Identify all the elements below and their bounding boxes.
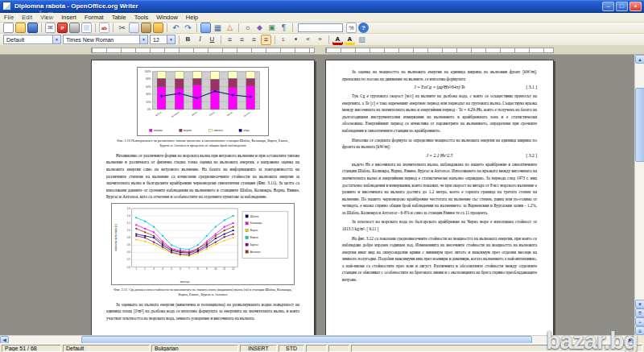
- figure-3-11-caption[interactable]: Фиг. 3.11. Средномесечни стойности на ви…: [113, 288, 293, 297]
- menu-view[interactable]: View: [36, 13, 57, 23]
- align-left-icon[interactable]: ≡: [225, 35, 235, 45]
- open-icon[interactable]: [15, 23, 26, 33]
- dropdown-arrow-icon[interactable]: ▼: [139, 35, 147, 43]
- horizontal-ruler[interactable]: [0, 46, 644, 55]
- align-center-icon[interactable]: ≡: [237, 35, 247, 45]
- menu-format[interactable]: Format: [80, 13, 108, 23]
- new-document-icon[interactable]: [3, 23, 14, 33]
- underline-icon[interactable]: U: [207, 35, 217, 45]
- document-canvas[interactable]: 0%20%40%60%80%100%ШаблаКалиакраВарнаЕмин…: [0, 55, 644, 335]
- font-size-combo[interactable]: 12 ▼: [150, 35, 175, 44]
- scroll-right-button[interactable]: ▶: [625, 336, 634, 344]
- font-name-combo[interactable]: Times New Roman ▼: [63, 35, 148, 44]
- export-pdf-icon[interactable]: P: [57, 23, 68, 33]
- horizontal-scroll-thumb[interactable]: [81, 336, 532, 344]
- paste-icon[interactable]: [141, 23, 151, 33]
- print-icon[interactable]: [69, 23, 80, 33]
- vertical-scroll-track[interactable]: [635, 64, 644, 300]
- previous-page-button[interactable]: ⇈: [635, 309, 644, 317]
- increase-indent-icon[interactable]: »: [315, 35, 325, 45]
- navigator-icon[interactable]: ◆: [254, 23, 265, 33]
- insert-table-icon[interactable]: ▦: [213, 23, 223, 33]
- menu-help[interactable]: Help: [182, 13, 202, 23]
- spellcheck-icon[interactable]: ab: [99, 23, 109, 33]
- navigation-button[interactable]: •: [635, 317, 644, 326]
- right-paragraph-3[interactable]: Използва се следната формула за определя…: [342, 137, 537, 151]
- find-replace-icon[interactable]: ○: [242, 23, 253, 33]
- copy-icon[interactable]: [129, 23, 139, 33]
- show-draw-functions-icon[interactable]: △: [225, 23, 235, 33]
- background-color-icon[interactable]: ▨: [357, 35, 367, 45]
- nonprinting-characters-icon[interactable]: ¶: [279, 23, 289, 33]
- vertical-scrollbar[interactable]: ▲ ▼ ⇈ • ⇊: [634, 55, 644, 335]
- bullets-icon[interactable]: •: [291, 35, 301, 45]
- help-icon[interactable]: ?: [358, 23, 369, 33]
- vertical-scroll-thumb[interactable]: [635, 88, 644, 162]
- maximize-button[interactable]: □: [616, 2, 628, 11]
- menu-tools[interactable]: Tools: [130, 13, 153, 23]
- right-paragraph-6[interactable]: На фиг. 3.12 са показани средномесечните…: [342, 235, 537, 284]
- decrease-indent-icon[interactable]: «: [303, 35, 313, 45]
- ruler-page-left[interactable]: [91, 48, 315, 53]
- justified-icon[interactable]: ≡: [261, 35, 271, 45]
- document-as-email-icon[interactable]: ✉: [45, 23, 56, 33]
- dropdown-arrow-icon[interactable]: ▼: [52, 35, 60, 43]
- equation-3-1[interactable]: J = EoCg = (ρg²Hs²/64π)·Te [ 3.1 ]: [342, 85, 537, 89]
- menu-window[interactable]: Window: [152, 13, 182, 23]
- left-paragraph-1[interactable]: Независимо от различните форми на морска…: [106, 152, 299, 201]
- ruler-page-right[interactable]: [325, 48, 554, 53]
- right-paragraph-5[interactable]: За плътност на морската вода по българск…: [342, 218, 537, 232]
- dropdown-arrow-icon[interactable]: ▼: [167, 35, 175, 43]
- paragraph-style-combo[interactable]: Default ▼: [3, 35, 61, 44]
- zoom-icon[interactable]: %: [346, 23, 357, 33]
- minimize-button[interactable]: –: [602, 2, 614, 11]
- undo-icon[interactable]: ↶: [171, 23, 181, 33]
- figure-3-11-chart[interactable]: 0.00.20.40.60.81.01.21.41.61234567891011…: [111, 203, 295, 285]
- horizontal-scrollbar[interactable]: ◀ ▶: [0, 335, 634, 343]
- cut-icon[interactable]: ✂: [117, 23, 127, 33]
- numbering-icon[interactable]: 1.: [279, 35, 289, 45]
- hyperlink-icon[interactable]: [200, 23, 211, 33]
- scroll-up-button[interactable]: ▲: [635, 55, 644, 64]
- right-paragraph-2[interactable]: Тук Cg е груповата скорост [м/с] на вълн…: [342, 93, 537, 134]
- italic-icon[interactable]: I: [195, 35, 205, 45]
- document-page-left[interactable]: 0%20%40%60%80%100%ШаблаКалиакраВарнаЕмин…: [91, 60, 315, 335]
- bold-icon[interactable]: B: [183, 35, 193, 45]
- status-bar: Page 51 / 68 Default Bulgarian INSERT ST…: [0, 343, 644, 352]
- status-hyperlink-mode[interactable]: [306, 345, 327, 352]
- align-right-icon[interactable]: ≡: [249, 35, 259, 45]
- scroll-left-button[interactable]: ◀: [0, 336, 9, 344]
- highlighting-icon[interactable]: A: [345, 35, 355, 45]
- menu-file[interactable]: File: [0, 13, 18, 23]
- right-paragraph-4[interactable]: където Hs е височината на значителната в…: [342, 161, 537, 217]
- left-paragraph-2[interactable]: За оценката на пълната енергия (кинетичн…: [106, 301, 299, 322]
- title-bar[interactable]: Diplomna rabota - OpenOffice.org Writer …: [0, 0, 644, 13]
- status-language[interactable]: Bulgarian: [151, 345, 238, 352]
- menu-table[interactable]: Table: [108, 13, 130, 23]
- figure-3-10-caption[interactable]: Фиг. 3.10 Повторяемост на различните тип…: [113, 139, 293, 148]
- equation-3-2[interactable]: J = 2.1·Hs^2.5 [ 3.2 ]: [342, 153, 537, 158]
- right-paragraph-1[interactable]: За оценка на мощността на вълновата енер…: [342, 68, 537, 82]
- horizontal-scroll-track[interactable]: [9, 336, 625, 344]
- figure-3-10-chart[interactable]: 0%20%40%60%80%100%ШаблаКалиакраВарнаЕмин…: [137, 67, 269, 136]
- format-paintbrush-icon[interactable]: [153, 23, 163, 33]
- gallery-icon[interactable]: ▣: [266, 23, 277, 33]
- find-input[interactable]: [298, 23, 343, 32]
- menu-insert[interactable]: Insert: [57, 13, 80, 23]
- menu-edit[interactable]: Edit: [18, 13, 36, 23]
- status-selection-mode[interactable]: STD: [279, 345, 304, 352]
- page-preview-icon[interactable]: [81, 23, 92, 33]
- close-button[interactable]: ×: [630, 2, 642, 11]
- status-insert-mode[interactable]: INSERT: [240, 345, 277, 352]
- save-icon[interactable]: [27, 23, 38, 33]
- font-color-icon[interactable]: A: [332, 35, 343, 45]
- next-page-button[interactable]: ⇊: [635, 326, 644, 335]
- svg-text:2: 2: [144, 267, 146, 271]
- status-page-style[interactable]: Default: [63, 345, 150, 352]
- document-page-right[interactable]: За оценка на мощността на вълновата енер…: [325, 60, 554, 335]
- status-doc-modified[interactable]: [328, 345, 349, 352]
- svg-text:1.4: 1.4: [127, 214, 130, 217]
- redo-icon[interactable]: ↷: [183, 23, 193, 33]
- status-page-indicator[interactable]: Page 51 / 68: [2, 345, 61, 352]
- scroll-down-button[interactable]: ▼: [635, 300, 644, 309]
